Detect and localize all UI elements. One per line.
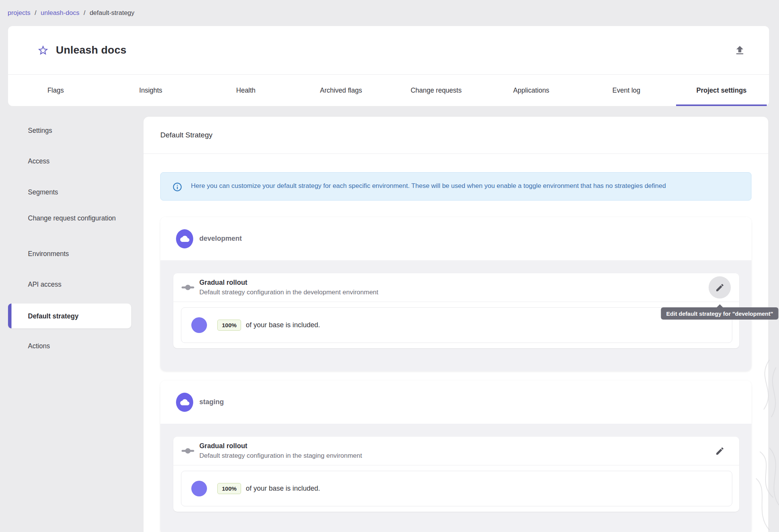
default-strategy-panel: Default Strategy Here you can customize … [143, 117, 768, 532]
rollout-strategy-icon [181, 446, 195, 455]
environment-header: development [160, 217, 751, 260]
rollout-strategy-icon [181, 283, 195, 292]
star-outline-icon [37, 44, 49, 56]
rollout-summary: 100% of your base is included. [181, 307, 732, 343]
favorite-star-button[interactable] [36, 44, 49, 57]
edit-button-wrapper: Edit default strategy for "development" [709, 276, 731, 299]
settings-sidebar: Settings Access Segments Change request … [8, 106, 143, 532]
environment-name: development [199, 235, 242, 243]
strategy-description: Default strategy configuration in the de… [199, 287, 378, 297]
strategy-content: 100% of your base is included. [173, 302, 739, 348]
tab-applications[interactable]: Applications [484, 75, 579, 106]
environment-name: staging [199, 398, 224, 406]
environment-header: staging [160, 380, 751, 424]
strategy-header: Gradual rollout Default strategy configu… [173, 437, 739, 465]
rollout-percentage-badge: 100% [217, 320, 241, 331]
strategy-card: Gradual rollout Default strategy configu… [173, 273, 739, 348]
rollout-summary: 100% of your base is included. [181, 471, 732, 506]
breadcrumb-separator: / [35, 9, 37, 17]
breadcrumb-current: default-strategy [90, 9, 134, 17]
strategy-title: Gradual rollout [199, 277, 378, 287]
strategy-titles: Gradual rollout Default strategy configu… [199, 277, 378, 297]
strategy-titles: Gradual rollout Default strategy configu… [199, 441, 362, 461]
tab-archived-flags[interactable]: Archived flags [293, 75, 389, 106]
sidebar-item-settings[interactable]: Settings [28, 126, 128, 135]
tab-project-settings[interactable]: Project settings [674, 75, 769, 106]
page: projects / unleash-docs / default-strate… [0, 0, 779, 532]
info-icon [172, 182, 183, 192]
panel-title: Default Strategy [160, 131, 212, 139]
file-upload-icon [734, 44, 746, 56]
strategy-card: Gradual rollout Default strategy configu… [173, 437, 739, 512]
sidebar-item-environments[interactable]: Environments [28, 249, 128, 259]
sidebar-item-segments[interactable]: Segments [28, 187, 128, 197]
environment-body: Gradual rollout Default strategy configu… [160, 260, 751, 371]
sidebar-item-default-strategy[interactable]: Default strategy [8, 304, 131, 328]
environment-card-staging: staging Gradual rollout Default strategy… [160, 380, 751, 532]
pencil-icon [715, 446, 725, 456]
tab-insights[interactable]: Insights [103, 75, 199, 106]
breadcrumb-link-project[interactable]: unleash-docs [41, 9, 79, 17]
tab-event-log[interactable]: Event log [579, 75, 674, 106]
panel-body: Here you can customize your default stra… [143, 154, 768, 532]
tab-change-requests[interactable]: Change requests [389, 75, 484, 106]
project-header: Unleash docs [8, 26, 769, 74]
tab-flags[interactable]: Flags [8, 75, 103, 106]
page-title: Unleash docs [56, 44, 126, 56]
edit-strategy-button-staging[interactable] [709, 440, 731, 462]
environment-card-development: development Gradual rollout Default stra… [160, 217, 751, 371]
rollout-circle-icon [191, 317, 207, 333]
sidebar-item-api-access[interactable]: API access [28, 279, 128, 289]
breadcrumb-separator: / [83, 9, 85, 17]
strategy-description: Default strategy configuration in the st… [199, 451, 362, 461]
rollout-circle-icon [191, 481, 207, 496]
rollout-percentage-badge: 100% [217, 483, 241, 494]
cloud-environment-icon [176, 229, 193, 248]
info-alert-text: Here you can customize your default stra… [191, 181, 666, 192]
breadcrumb: projects / unleash-docs / default-strate… [8, 9, 134, 17]
panel-header: Default Strategy [143, 117, 768, 154]
strategy-title: Gradual rollout [199, 441, 362, 451]
sidebar-item-change-request-configuration[interactable]: Change request configuration [28, 213, 128, 223]
cloud-environment-icon [176, 393, 193, 412]
tab-health[interactable]: Health [198, 75, 293, 106]
environment-body: Gradual rollout Default strategy configu… [160, 424, 751, 532]
sidebar-item-actions[interactable]: Actions [28, 341, 128, 351]
edit-strategy-button-development[interactable] [709, 276, 731, 299]
sidebar-item-access[interactable]: Access [28, 156, 128, 166]
breadcrumb-link-projects[interactable]: projects [8, 9, 31, 17]
project-tabs: Flags Insights Health Archived flags Cha… [8, 74, 769, 106]
edit-button-wrapper [709, 440, 731, 462]
edit-strategy-tooltip: Edit default strategy for "development" [661, 307, 778, 320]
rollout-description: of your base is included. [246, 321, 320, 329]
strategy-content: 100% of your base is included. [173, 465, 739, 512]
strategy-header: Gradual rollout Default strategy configu… [173, 273, 739, 302]
info-alert: Here you can customize your default stra… [160, 172, 751, 201]
rollout-description: of your base is included. [246, 485, 320, 493]
pencil-icon [715, 283, 725, 292]
export-project-button[interactable] [732, 42, 748, 58]
